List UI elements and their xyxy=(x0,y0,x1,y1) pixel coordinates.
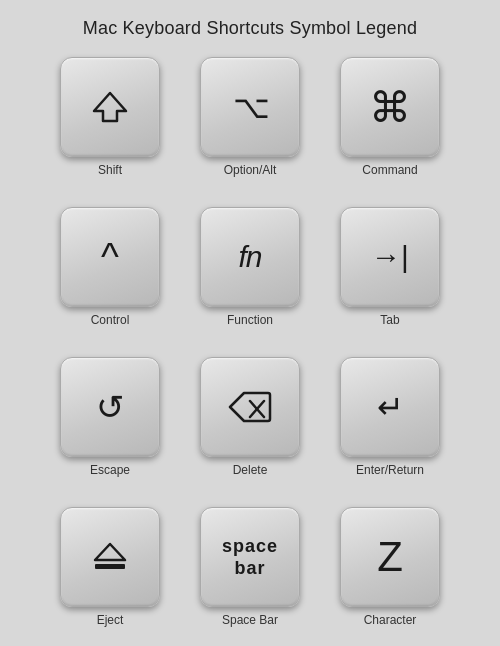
key-cell-enter: ↵Enter/Return xyxy=(330,357,450,487)
key-cell-shift: Shift xyxy=(50,57,170,187)
key-label-enter: Enter/Return xyxy=(356,463,424,477)
key-label-option: Option/Alt xyxy=(224,163,277,177)
key-cell-character: ZCharacter xyxy=(330,507,450,637)
page-title: Mac Keyboard Shortcuts Symbol Legend xyxy=(83,18,417,39)
key-button-spacebar[interactable]: spacebar xyxy=(200,507,300,607)
key-button-eject[interactable] xyxy=(60,507,160,607)
key-label-escape: Escape xyxy=(90,463,130,477)
key-label-spacebar: Space Bar xyxy=(222,613,278,627)
key-cell-option: ⌥Option/Alt xyxy=(190,57,310,187)
key-button-escape[interactable]: ↺ xyxy=(60,357,160,457)
key-button-tab[interactable]: →| xyxy=(340,207,440,307)
key-cell-eject: Eject xyxy=(50,507,170,637)
key-button-command[interactable]: ⌘ xyxy=(340,57,440,157)
key-cell-delete: Delete xyxy=(190,357,310,487)
key-cell-tab: →|Tab xyxy=(330,207,450,337)
key-label-character: Character xyxy=(364,613,417,627)
key-button-delete[interactable] xyxy=(200,357,300,457)
key-cell-command: ⌘Command xyxy=(330,57,450,187)
key-button-character[interactable]: Z xyxy=(340,507,440,607)
key-label-tab: Tab xyxy=(380,313,399,327)
key-label-function: Function xyxy=(227,313,273,327)
key-label-command: Command xyxy=(362,163,417,177)
key-cell-control: ^Control xyxy=(50,207,170,337)
key-button-shift[interactable] xyxy=(60,57,160,157)
key-button-enter[interactable]: ↵ xyxy=(340,357,440,457)
svg-marker-3 xyxy=(95,544,125,560)
key-label-eject: Eject xyxy=(97,613,124,627)
svg-rect-4 xyxy=(95,564,125,569)
key-button-control[interactable]: ^ xyxy=(60,207,160,307)
key-cell-spacebar: spacebarSpace Bar xyxy=(190,507,310,637)
key-label-control: Control xyxy=(91,313,130,327)
svg-marker-0 xyxy=(94,93,126,121)
key-button-function[interactable]: fn xyxy=(200,207,300,307)
key-grid: Shift⌥Option/Alt⌘Command^ControlfnFuncti… xyxy=(20,57,480,637)
key-cell-escape: ↺Escape xyxy=(50,357,170,487)
key-label-shift: Shift xyxy=(98,163,122,177)
key-label-delete: Delete xyxy=(233,463,268,477)
key-button-option[interactable]: ⌥ xyxy=(200,57,300,157)
key-cell-function: fnFunction xyxy=(190,207,310,337)
